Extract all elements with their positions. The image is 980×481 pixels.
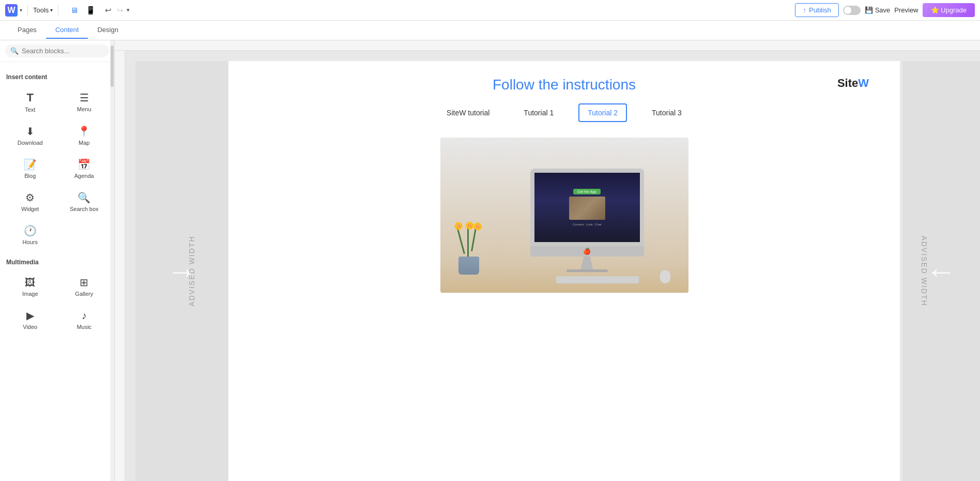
toggle-knob xyxy=(844,7,851,14)
imac-base xyxy=(566,269,608,272)
search-icon: 🔍 xyxy=(10,47,19,55)
block-gallery[interactable]: ⊞ Gallery xyxy=(58,271,111,302)
save-button[interactable]: 💾 Save xyxy=(865,6,891,14)
publish-button[interactable]: ↑ Publish xyxy=(795,3,838,17)
insert-content-label: Insert content xyxy=(0,67,114,84)
nav-tab-sitew-tutorial[interactable]: SiteW tutorial xyxy=(437,103,499,122)
block-search-box[interactable]: 🔍 Search box xyxy=(58,186,111,217)
canvas-content: → Advised width ← ADVISED WIDTH Follow t… xyxy=(125,51,980,481)
block-download[interactable]: ⬇ Download xyxy=(4,120,56,151)
page-header: Follow the instructions SiteW xyxy=(259,77,869,93)
subheader-tabs: Pages Content Design xyxy=(0,21,980,40)
preview-button[interactable]: Preview xyxy=(894,6,918,14)
music-block-icon: ♪ xyxy=(82,310,87,322)
search-input[interactable] xyxy=(22,47,104,55)
page-title: Follow the instructions xyxy=(463,77,666,93)
gallery-block-icon: ⊞ xyxy=(80,276,88,289)
block-blog[interactable]: 📝 Blog xyxy=(4,153,56,184)
block-image[interactable]: 🖼 Image xyxy=(4,271,56,302)
plant-stems: 🌼 🌼 🌼 xyxy=(464,226,472,259)
image-block-label: Image xyxy=(22,291,38,297)
video-block-icon: ▶ xyxy=(26,309,34,322)
searchbox-block-icon: 🔍 xyxy=(78,191,90,204)
canvas-area: → Advised width ← ADVISED WIDTH Follow t… xyxy=(115,40,980,481)
blog-block-icon: 📝 xyxy=(24,158,37,171)
imac-chin: 🍎 xyxy=(530,246,644,257)
block-grid-insert: T Text ☰ Menu ⬇ Download 📍 Map xyxy=(0,84,114,252)
sidebar-resize-handle[interactable] xyxy=(112,40,114,481)
nav-tab-tutorial-3[interactable]: Tutorial 3 xyxy=(642,103,691,122)
screen-bottom-bar: Connect Look Chat xyxy=(572,223,601,226)
page-image-container: 🌼 🌼 🌼 xyxy=(259,138,869,293)
ruler-vertical xyxy=(115,51,125,481)
redo-button[interactable]: ↪ xyxy=(115,4,126,17)
undo-button[interactable]: ↩ xyxy=(103,4,114,17)
brand-logo[interactable]: W ▾ xyxy=(5,4,22,17)
main-area: 🔍 Insert content T Text ☰ Menu ⬇ xyxy=(0,40,980,481)
publish-icon: ↑ xyxy=(803,6,806,14)
ruler-horizontal xyxy=(115,40,980,51)
right-panel: ← ADVISED WIDTH xyxy=(902,61,980,481)
hours-block-icon: 🕐 xyxy=(24,224,37,237)
mobile-view-button[interactable]: 📱 xyxy=(83,3,98,18)
keyboard xyxy=(556,276,639,283)
menu-block-label: Menu xyxy=(77,106,91,112)
agenda-block-icon: 📅 xyxy=(78,158,90,171)
upgrade-button[interactable]: ⭐ Upgrade xyxy=(923,3,975,17)
page-image: 🌼 🌼 🌼 xyxy=(440,138,688,293)
nav-tab-tutorial-1[interactable]: Tutorial 1 xyxy=(514,103,563,122)
left-nav-arrow-icon[interactable]: ← xyxy=(926,253,957,289)
advised-width-right-label: ADVISED WIDTH xyxy=(920,235,928,306)
toggle-switch[interactable] xyxy=(843,6,861,15)
block-hours[interactable]: 🕐 Hours xyxy=(4,219,56,250)
blog-block-label: Blog xyxy=(24,173,36,179)
tab-content[interactable]: Content xyxy=(46,22,88,39)
history-group: ↩ ↪ ▾ xyxy=(103,4,130,17)
advised-width-left-label: Advised width xyxy=(188,235,196,306)
site-logo-text: SiteW xyxy=(837,77,869,89)
block-text[interactable]: T Text xyxy=(4,86,56,118)
block-agenda[interactable]: 📅 Agenda xyxy=(58,153,111,184)
screen-photo xyxy=(569,197,605,220)
block-music[interactable]: ♪ Music xyxy=(58,304,111,335)
topbar-left: W ▾ Tools ▾ 🖥 📱 ↩ ↪ ▾ xyxy=(5,3,795,18)
topbar-right: ↑ Publish 💾 Save Preview ⭐ Upgrade xyxy=(795,3,975,17)
map-block-icon: 📍 xyxy=(78,125,90,138)
screen-content: Get the App Connect Look Chat xyxy=(534,173,640,242)
site-logo: SiteW xyxy=(837,77,869,90)
block-video[interactable]: ▶ Video xyxy=(4,304,56,335)
desktop-view-button[interactable]: 🖥 xyxy=(67,3,81,18)
video-block-label: Video xyxy=(23,324,37,330)
hours-block-label: Hours xyxy=(23,239,38,245)
tools-menu[interactable]: Tools ▾ xyxy=(33,6,53,14)
tab-design[interactable]: Design xyxy=(88,22,127,39)
tools-caret-icon: ▾ xyxy=(50,7,53,13)
block-menu[interactable]: ☰ Menu xyxy=(58,86,111,118)
screen-label-look: Look xyxy=(586,223,593,226)
search-input-box[interactable]: 🔍 xyxy=(5,44,109,57)
history-more-button[interactable]: ▾ xyxy=(127,4,130,17)
flower-3: 🌼 xyxy=(472,221,483,231)
image-block-icon: 🖼 xyxy=(25,277,35,289)
sidebar: 🔍 Insert content T Text ☰ Menu ⬇ xyxy=(0,40,115,481)
page-inner: Follow the instructions SiteW SiteW tuto… xyxy=(228,61,900,308)
block-grid-multimedia: 🖼 Image ⊞ Gallery ▶ Video ♪ Music xyxy=(0,269,114,337)
imac-stand xyxy=(579,257,595,269)
mouse xyxy=(660,270,670,283)
gallery-block-label: Gallery xyxy=(75,291,93,297)
agenda-block-label: Agenda xyxy=(74,173,94,179)
apple-logo-icon: 🍎 xyxy=(583,248,591,255)
imac-screen: Get the App Connect Look Chat xyxy=(530,169,644,246)
menu-block-icon: ☰ xyxy=(80,92,89,104)
nav-tab-tutorial-2[interactable]: Tutorial 2 xyxy=(578,103,627,122)
text-block-label: Text xyxy=(25,107,35,113)
save-icon: 💾 xyxy=(865,6,873,14)
topbar-separator xyxy=(27,5,28,16)
brand-icon: W xyxy=(5,4,18,17)
block-widget[interactable]: ⚙ Widget xyxy=(4,186,56,217)
block-map[interactable]: 📍 Map xyxy=(58,120,111,151)
topbar: W ▾ Tools ▾ 🖥 📱 ↩ ↪ ▾ ↑ Publish 💾 Save xyxy=(0,0,980,21)
imac: Get the App Connect Look Chat xyxy=(530,169,644,272)
plant-pot xyxy=(458,257,479,275)
tab-pages[interactable]: Pages xyxy=(8,22,46,39)
